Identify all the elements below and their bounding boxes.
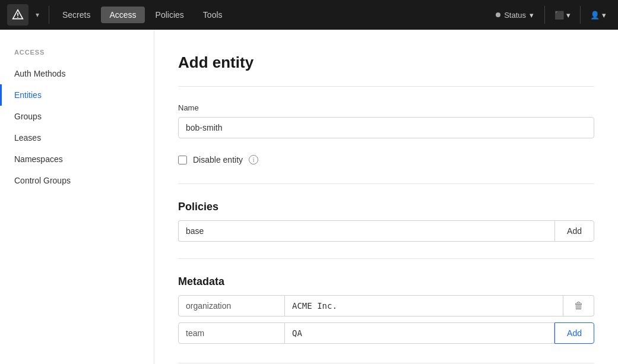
page-title: Add entity (178, 53, 594, 72)
status-dot (496, 12, 500, 17)
nav-access[interactable]: Access (101, 7, 144, 23)
metadata-row-1: ACME Inc. 🗑 (178, 295, 594, 316)
policies-section: Policies Add (178, 201, 594, 242)
info-icon[interactable]: i (249, 155, 258, 164)
sidebar-item-namespaces[interactable]: Namespaces (0, 148, 154, 170)
disable-entity-checkbox[interactable] (178, 156, 187, 164)
nav-separator-1 (49, 6, 49, 24)
nav-separator-2 (544, 6, 545, 24)
sidebar: ACCESS Auth Methods Entities Groups Leas… (0, 30, 154, 364)
sidebar-nav: Auth Methods Entities Groups Leases Name… (0, 63, 154, 191)
sidebar-item-auth-methods[interactable]: Auth Methods (0, 63, 154, 84)
section-divider-2 (178, 258, 594, 259)
user-button[interactable]: 👤 ▾ (585, 7, 611, 23)
nav-right: Status ▾ ⬛ ▾ 👤 ▾ (490, 6, 611, 24)
metadata-key-2[interactable] (178, 322, 285, 344)
policies-input[interactable] (178, 220, 554, 242)
trash-icon: 🗑 (574, 300, 584, 311)
layout: ACCESS Auth Methods Entities Groups Leas… (0, 30, 618, 364)
policies-input-group: Add (178, 220, 594, 242)
sidebar-link-groups[interactable]: Groups (0, 106, 154, 127)
metadata-key-1[interactable] (178, 295, 285, 316)
nav-links: Secrets Access Policies Tools (54, 7, 231, 23)
nav-policies[interactable]: Policies (147, 7, 192, 23)
metadata-heading: Metadata (178, 276, 594, 288)
policies-add-button[interactable]: Add (554, 220, 594, 242)
terminal-dropdown-icon: ▾ (566, 11, 571, 20)
metadata-add-button-2[interactable]: Add (554, 322, 594, 344)
sidebar-link-entities[interactable]: Entities (0, 84, 154, 106)
sidebar-link-auth-methods[interactable]: Auth Methods (0, 63, 154, 84)
sidebar-link-control-groups[interactable]: Control Groups (0, 170, 154, 191)
active-indicator (0, 84, 2, 106)
logo[interactable] (7, 4, 28, 26)
sidebar-item-control-groups[interactable]: Control Groups (0, 170, 154, 191)
metadata-value-1[interactable]: ACME Inc. (285, 295, 563, 316)
nav-tools[interactable]: Tools (195, 7, 231, 23)
svg-point-2 (17, 17, 18, 18)
metadata-delete-button-1[interactable]: 🗑 (563, 295, 594, 316)
name-section: Name (178, 103, 594, 138)
disable-entity-row: Disable entity i (178, 155, 594, 164)
terminal-icon: ⬛ (554, 11, 564, 20)
status-button[interactable]: Status ▾ (490, 7, 540, 23)
top-nav: ▾ Secrets Access Policies Tools Status ▾… (0, 0, 618, 30)
logo-dropdown[interactable]: ▾ (31, 7, 44, 23)
status-dropdown-icon: ▾ (530, 11, 534, 20)
nav-secrets[interactable]: Secrets (54, 7, 99, 23)
sidebar-link-namespaces[interactable]: Namespaces (0, 148, 154, 170)
sidebar-item-groups[interactable]: Groups (0, 106, 154, 127)
name-input[interactable] (178, 117, 594, 138)
sidebar-item-entities[interactable]: Entities (0, 84, 154, 106)
name-label: Name (178, 103, 594, 112)
metadata-value-2[interactable]: QA (285, 322, 554, 344)
user-icon: 👤 (590, 11, 600, 20)
title-divider (178, 86, 594, 87)
sidebar-link-leases[interactable]: Leases (0, 127, 154, 148)
status-label: Status (504, 11, 526, 20)
sidebar-section-label: ACCESS (0, 49, 154, 63)
policies-heading: Policies (178, 201, 594, 213)
sidebar-item-leases[interactable]: Leases (0, 127, 154, 148)
terminal-button[interactable]: ⬛ ▾ (550, 7, 575, 23)
metadata-row-2: QA Add (178, 322, 594, 344)
main-content: Add entity Name Disable entity i Policie… (154, 30, 618, 364)
disable-entity-label: Disable entity (193, 155, 243, 164)
nav-separator-3 (580, 6, 581, 24)
metadata-section: Metadata ACME Inc. 🗑 QA Add (178, 276, 594, 344)
section-divider-1 (178, 183, 594, 184)
user-dropdown-icon: ▾ (602, 11, 606, 20)
